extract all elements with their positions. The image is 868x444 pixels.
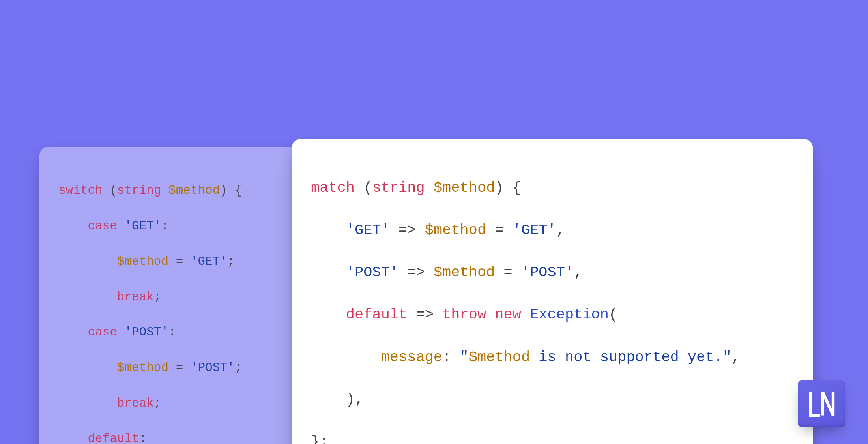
code-line: default => throw new Exception( xyxy=(311,304,794,326)
variable-method: $method xyxy=(434,180,495,196)
code-line: default: xyxy=(58,430,305,444)
code-line: switch (string $method) { xyxy=(58,182,305,200)
variable-method-interp: $method xyxy=(469,349,530,365)
code-line: match (string $method) { xyxy=(311,178,794,199)
code-line: break; xyxy=(58,395,305,412)
code-line: $method = 'GET'; xyxy=(58,253,305,271)
string-message-tail: is not supported yet. xyxy=(530,349,722,365)
paren-open: ( xyxy=(103,184,117,197)
code-line: ), xyxy=(311,389,794,410)
keyword-string-cast: string xyxy=(372,180,425,196)
string-post: 'POST' xyxy=(521,264,574,281)
code-card-match: match (string $method) { 'GET' => $metho… xyxy=(292,139,813,444)
string-post: 'POST' xyxy=(346,264,398,281)
code-line: 'POST' => $method = 'POST', xyxy=(311,262,794,283)
class-exception: Exception xyxy=(530,306,609,323)
named-arg-message: message xyxy=(381,349,442,365)
keyword-default: default xyxy=(346,306,407,323)
code-line: case 'POST': xyxy=(58,324,305,341)
arrow-op: => xyxy=(407,306,442,323)
paren-close-brace: ) { xyxy=(220,184,242,197)
ln-logo-badge xyxy=(798,380,845,427)
keyword-new: new xyxy=(495,306,521,323)
brace-close-semi: }; xyxy=(311,433,328,444)
code-line: message: "$method is not supported yet."… xyxy=(311,347,794,368)
keyword-switch: switch xyxy=(58,184,103,197)
paren-close-brace: ) { xyxy=(495,180,521,196)
string-get: 'GET' xyxy=(124,219,161,233)
code-line: }; xyxy=(311,431,794,444)
code-line: $method = 'POST'; xyxy=(58,359,305,377)
code-line: 'GET' => $method = 'GET', xyxy=(311,220,794,241)
keyword-case: case xyxy=(88,325,117,339)
code-card-switch: switch (string $method) { case 'GET': $m… xyxy=(39,147,324,444)
ln-logo-icon xyxy=(805,388,838,420)
arrow-op: => xyxy=(390,222,425,238)
paren-close-comma: ), xyxy=(346,391,363,408)
variable-method: $method xyxy=(168,184,220,197)
keyword-string-cast: string xyxy=(117,184,161,197)
keyword-match: match xyxy=(311,180,355,196)
variable-method: $method xyxy=(117,255,168,268)
string-get: 'GET' xyxy=(346,222,390,238)
keyword-break: break xyxy=(117,396,154,410)
variable-method: $method xyxy=(117,361,168,375)
string-post: 'POST' xyxy=(191,361,235,375)
variable-method: $method xyxy=(434,264,495,281)
keyword-throw: throw xyxy=(442,306,486,323)
code-line: break; xyxy=(58,289,305,306)
string-get: 'GET' xyxy=(191,255,227,268)
arrow-op: => xyxy=(398,264,434,281)
code-line: case 'GET': xyxy=(58,217,305,235)
keyword-break: break xyxy=(117,290,154,304)
keyword-default: default xyxy=(88,432,139,444)
string-get: 'GET' xyxy=(513,222,556,238)
paren-open: ( xyxy=(355,180,372,196)
keyword-case: case xyxy=(88,219,117,233)
string-post: 'POST' xyxy=(124,325,168,339)
variable-method: $method xyxy=(425,222,486,238)
